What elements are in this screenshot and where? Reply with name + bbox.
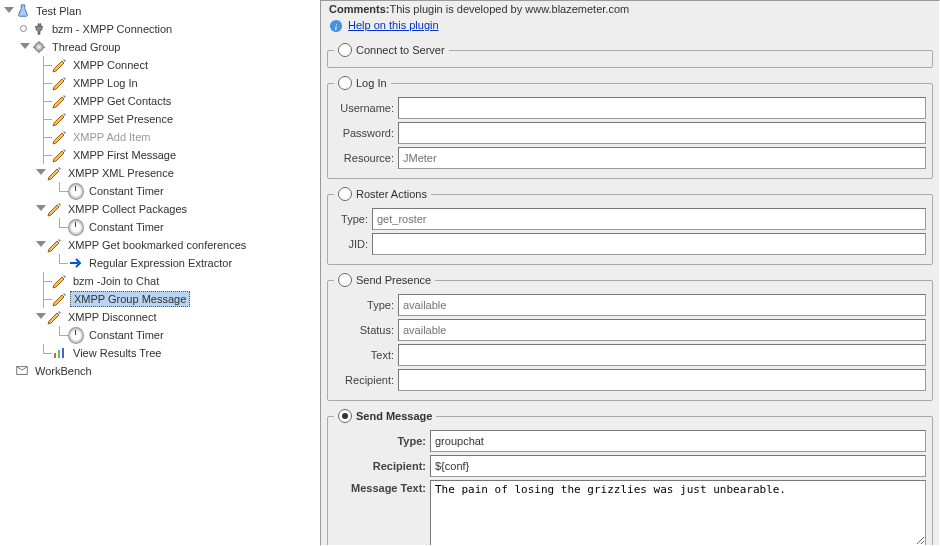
tree-timer[interactable]: Constant Timer: [4, 182, 320, 200]
info-icon: i: [329, 19, 343, 33]
message-recipient-label: Recipient:: [334, 460, 430, 472]
tree-sampler[interactable]: XMPP Disconnect: [4, 308, 320, 326]
message-fieldset: Send Message Type: Recipient: Message Te…: [327, 409, 933, 546]
roster-type-input[interactable]: [372, 208, 926, 230]
pencil-icon: [52, 291, 68, 307]
tree-label: XMPP Log In: [70, 76, 141, 90]
connector-icon: [52, 218, 68, 236]
workbench-icon: [14, 363, 30, 379]
help-link[interactable]: Help on this plugin: [348, 19, 439, 31]
presence-type-input[interactable]: [398, 294, 926, 316]
tree-sampler[interactable]: XMPP Get Contacts: [4, 92, 320, 110]
expand-toggle-icon[interactable]: [4, 7, 13, 16]
tree-sampler[interactable]: bzm -Join to Chat: [4, 272, 320, 290]
comments-text: This plugin is developed by www.blazemet…: [390, 3, 630, 15]
comments-row: Comments:This plugin is developed by www…: [325, 1, 935, 17]
tree-sampler[interactable]: XMPP Get bookmarked conferences: [4, 236, 320, 254]
tree-label: View Results Tree: [70, 346, 164, 360]
legend-text: Send Presence: [356, 274, 431, 286]
username-label: Username:: [334, 102, 398, 114]
tree-sampler[interactable]: XMPP Log In: [4, 74, 320, 92]
tree-label: XMPP Connect: [70, 58, 151, 72]
connector-icon: [36, 110, 52, 128]
radio-icon[interactable]: [338, 43, 352, 57]
collapse-dot-icon[interactable]: [20, 25, 29, 34]
plug-icon: [31, 21, 47, 37]
pencil-icon: [52, 147, 68, 163]
tree-label: Regular Expression Extractor: [86, 256, 235, 270]
tree-regex-extractor[interactable]: Regular Expression Extractor: [4, 254, 320, 272]
tree-label: XMPP Collect Packages: [65, 202, 190, 216]
tree-label: XMPP Get bookmarked conferences: [65, 238, 249, 252]
message-text-area[interactable]: [430, 480, 926, 546]
tree-label: bzm - XMPP Connection: [49, 22, 175, 36]
resource-input[interactable]: [398, 147, 926, 169]
radio-icon[interactable]: [338, 409, 352, 423]
tree-sampler[interactable]: XMPP Set Presence: [4, 110, 320, 128]
radio-icon[interactable]: [338, 187, 352, 201]
tree-label: XMPP Add Item: [70, 130, 153, 144]
chart-icon: [52, 345, 68, 361]
connector-icon: [36, 56, 52, 74]
connector-icon: [52, 326, 68, 344]
tree-view-results[interactable]: View Results Tree: [4, 344, 320, 362]
presence-fieldset: Send Presence Type: Status: Text: Recipi…: [327, 273, 933, 401]
tree-workbench[interactable]: WorkBench: [4, 362, 320, 380]
tree-test-plan[interactable]: Test Plan: [4, 2, 320, 20]
tree-bzm-connection[interactable]: bzm - XMPP Connection: [4, 20, 320, 38]
login-legend[interactable]: Log In: [334, 76, 391, 90]
roster-legend[interactable]: Roster Actions: [334, 187, 431, 201]
toggle-icon[interactable]: [36, 205, 45, 214]
message-type-input[interactable]: [430, 430, 926, 452]
connector-icon: [36, 290, 52, 308]
connector-icon: [36, 74, 52, 92]
message-legend[interactable]: Send Message: [334, 409, 436, 423]
tree-sampler[interactable]: XMPP First Message: [4, 146, 320, 164]
svg-point-1: [37, 45, 41, 49]
tree-label: Thread Group: [49, 40, 123, 54]
message-text-label: Message Text:: [334, 480, 430, 494]
username-input[interactable]: [398, 97, 926, 119]
tree-xmpp-group-message[interactable]: XMPP Group Message: [4, 290, 320, 308]
tree-thread-group[interactable]: Thread Group: [4, 38, 320, 56]
tree-timer[interactable]: Constant Timer: [4, 326, 320, 344]
presence-recipient-input[interactable]: [398, 369, 926, 391]
svg-rect-2: [54, 353, 56, 358]
toggle-icon[interactable]: [36, 241, 45, 250]
toggle-icon[interactable]: [36, 313, 45, 322]
legend-text: Roster Actions: [356, 188, 427, 200]
tree-sampler[interactable]: XMPP Collect Packages: [4, 200, 320, 218]
presence-text-label: Text:: [334, 349, 398, 361]
connect-legend[interactable]: Connect to Server: [334, 43, 449, 57]
tree-sampler[interactable]: XMPP XML Presence: [4, 164, 320, 182]
presence-legend[interactable]: Send Presence: [334, 273, 435, 287]
tree-label: XMPP Set Presence: [70, 112, 176, 126]
radio-icon[interactable]: [338, 76, 352, 90]
tree-label: bzm -Join to Chat: [70, 274, 162, 288]
pencil-icon: [47, 201, 63, 217]
presence-status-input[interactable]: [398, 319, 926, 341]
connector-icon: [52, 254, 68, 272]
pencil-icon: [47, 309, 63, 325]
pencil-icon: [47, 165, 63, 181]
radio-icon[interactable]: [338, 273, 352, 287]
pencil-icon: [52, 57, 68, 73]
presence-text-input[interactable]: [398, 344, 926, 366]
roster-jid-input[interactable]: [372, 233, 926, 255]
tree-label: WorkBench: [32, 364, 95, 378]
toggle-icon[interactable]: [36, 169, 45, 178]
tree-sampler[interactable]: XMPP Connect: [4, 56, 320, 74]
pencil-icon: [47, 237, 63, 253]
tree-sampler-disabled[interactable]: XMPP Add Item: [4, 128, 320, 146]
message-recipient-input[interactable]: [430, 455, 926, 477]
roster-fieldset: Roster Actions Type: JID:: [327, 187, 933, 265]
pencil-icon: [52, 111, 68, 127]
tree-label: Constant Timer: [86, 220, 167, 234]
expand-toggle-icon[interactable]: [20, 43, 29, 52]
connect-fieldset: Connect to Server: [327, 43, 933, 68]
connector-icon: [36, 146, 52, 164]
password-input[interactable]: [398, 122, 926, 144]
tree-timer[interactable]: Constant Timer: [4, 218, 320, 236]
clock-icon: [68, 327, 84, 343]
comments-label: Comments:: [329, 3, 390, 15]
